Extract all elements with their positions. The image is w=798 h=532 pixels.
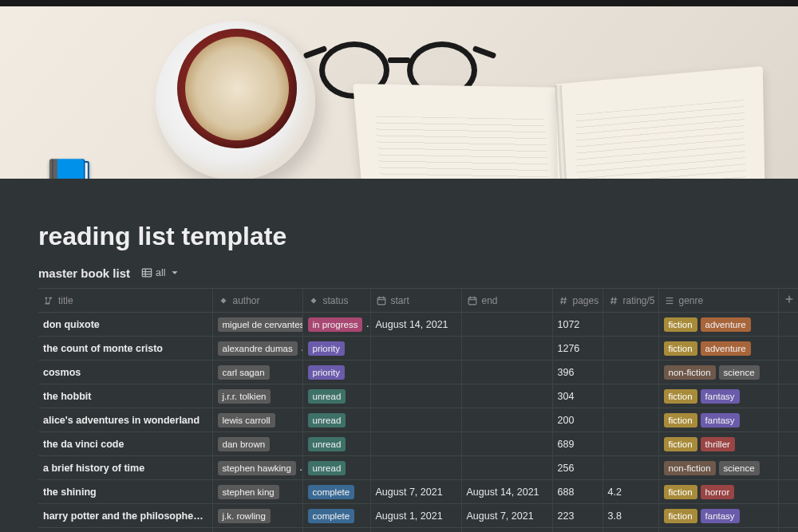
cell-pages[interactable]: 689 [552,432,602,456]
cell-status[interactable]: complete [302,504,370,528]
cell-title[interactable]: harry potter and the philosopher's stone [38,504,212,528]
cell-empty[interactable] [778,528,798,533]
table-row[interactable]: don quixotemiguel de cervantesin progres… [38,313,798,337]
cell-author[interactable]: j.k. rowling [212,504,302,528]
cell-status[interactable]: complete [302,528,370,533]
cell-start[interactable] [370,432,461,456]
cell-start[interactable]: August 7, 2021 [370,480,461,504]
table-row[interactable]: alice's adventures in wonderlandlewis ca… [38,408,798,432]
cell-status[interactable]: unread [302,408,370,432]
cell-title[interactable]: the hobbit [38,384,212,408]
column-header-end[interactable]: end [461,289,552,313]
cell-rating[interactable] [602,384,658,408]
cell-empty[interactable] [778,313,798,337]
cell-author[interactable]: stephen hawking [212,456,302,480]
cell-genre[interactable]: fictionadventure [658,313,778,337]
cell-pages[interactable]: 223 [552,504,602,528]
cell-start[interactable]: August 1, 2021 [370,504,461,528]
cell-status[interactable]: complete [302,480,370,504]
cell-empty[interactable] [778,504,798,528]
cell-end[interactable] [461,337,552,361]
add-column-button[interactable] [778,289,798,313]
cell-genre[interactable]: fictionthriller [658,432,778,456]
cell-pages[interactable]: 256 [552,456,602,480]
cell-pages[interactable]: 1072 [552,313,602,337]
cell-author[interactable]: stephen king [212,480,302,504]
cell-end[interactable]: August 14, 2021 [461,480,552,504]
cell-end[interactable] [461,408,552,432]
cell-rating[interactable]: 3.8 [602,504,658,528]
cell-title[interactable]: a brief history of time [38,456,212,480]
column-header-status[interactable]: status [302,289,370,313]
page-icon[interactable]: 📘 [41,156,97,179]
cell-rating[interactable] [602,313,658,337]
database-title[interactable]: master book list [38,266,130,280]
cell-genre[interactable]: fictionadventure [658,337,778,361]
column-header-title[interactable]: title [38,289,212,313]
cell-status[interactable]: priority [302,337,370,361]
cell-rating[interactable]: 4.2 [602,480,658,504]
table-row[interactable]: the da vinci codedan brownunread689ficti… [38,432,798,456]
cell-end[interactable]: August 1, 2021 [461,528,552,533]
cell-empty[interactable] [778,456,798,480]
cell-rating[interactable] [602,361,658,384]
cell-empty[interactable] [778,361,798,384]
page-cover[interactable]: 📘 [0,6,798,179]
cell-status[interactable]: unread [302,432,370,456]
cell-title[interactable]: the count of monte cristo [38,337,212,361]
cell-start[interactable] [370,361,461,384]
cell-title[interactable]: the subtle art of not giving a f*ck [38,528,212,533]
cell-genre[interactable]: fictionfantasy [658,384,778,408]
cell-start[interactable] [370,456,461,480]
cell-genre[interactable]: non-fictionscience [658,456,778,480]
cell-start[interactable]: August 14, 2021 [370,313,461,337]
cell-end[interactable] [461,313,552,337]
cell-empty[interactable] [778,384,798,408]
cell-rating[interactable] [602,432,658,456]
cell-title[interactable]: don quixote [38,313,212,337]
table-row[interactable]: the hobbitj.r.r. tolkienunread304fiction… [38,384,798,408]
table-row[interactable]: the count of monte cristoalexandre dumas… [38,337,798,361]
cell-status[interactable]: unread [302,456,370,480]
cell-title[interactable]: the shining [38,480,212,504]
column-header-author[interactable]: author [212,289,302,313]
cell-genre[interactable]: non-fictionscience [658,361,778,384]
cell-pages[interactable]: 304 [552,384,602,408]
cell-empty[interactable] [778,432,798,456]
cell-empty[interactable] [778,480,798,504]
column-header-start[interactable]: start [370,289,461,313]
cell-genre[interactable]: fictionfantasy [658,504,778,528]
cell-end[interactable] [461,456,552,480]
view-picker[interactable]: all [138,266,184,280]
table-row[interactable]: the shiningstephen kingcompleteAugust 7,… [38,480,798,504]
column-header-pages[interactable]: pages [552,289,602,313]
column-header-rating[interactable]: rating/5 [602,289,658,313]
cell-start[interactable] [370,384,461,408]
cell-author[interactable]: carl sagan [212,361,302,384]
cell-start[interactable]: July 25, 2021 [370,528,461,533]
cell-genre[interactable]: fictionfantasy [658,408,778,432]
cell-pages[interactable]: 688 [552,480,602,504]
cell-author[interactable]: lewis carroll [212,408,302,432]
cell-genre[interactable]: fictionhorror [658,480,778,504]
cell-rating[interactable] [602,408,658,432]
cell-author[interactable]: j.r.r. tolkien [212,384,302,408]
cell-pages[interactable]: 1276 [552,337,602,361]
cell-start[interactable] [370,337,461,361]
cell-rating[interactable] [602,337,658,361]
cell-end[interactable] [461,384,552,408]
cell-rating[interactable] [602,456,658,480]
cell-empty[interactable] [778,337,798,361]
cell-end[interactable]: August 7, 2021 [461,504,552,528]
table-row[interactable]: harry potter and the philosopher's stone… [38,504,798,528]
cell-author[interactable]: mark manson [212,528,302,533]
cell-end[interactable] [461,361,552,384]
cell-status[interactable]: priority [302,361,370,384]
cell-title[interactable]: cosmos [38,361,212,384]
cell-start[interactable] [370,408,461,432]
cell-genre[interactable]: non-fictionself-help [658,528,778,533]
cell-pages[interactable]: 224 [552,528,602,533]
cell-status[interactable]: in progress [302,313,370,337]
cell-rating[interactable]: 4.5 [602,528,658,533]
cell-title[interactable]: alice's adventures in wonderland [38,408,212,432]
